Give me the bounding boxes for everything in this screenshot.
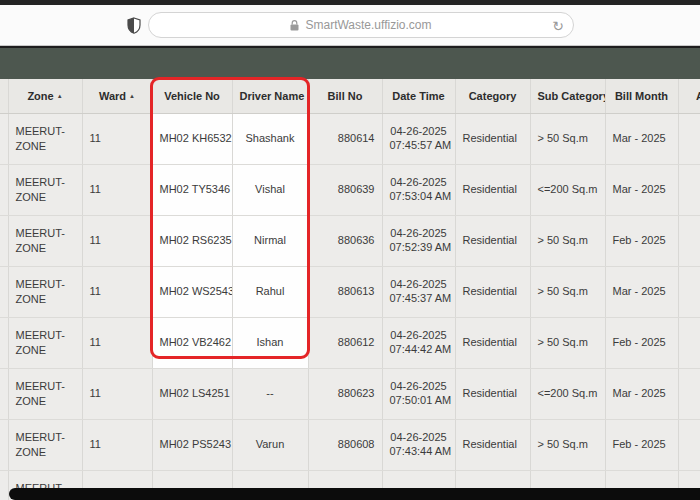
cell-bill: 880612	[308, 317, 382, 368]
cell-datetime: 04-26-202507:53:04 AM	[382, 164, 455, 215]
table-row[interactable]: MEERUT-ZONE11MH02 KH6532Shashank88061404…	[0, 113, 700, 164]
cell-amount	[678, 419, 700, 470]
cell-category: Residential	[455, 266, 530, 317]
cell-subcategory: > 50 Sq.m	[530, 419, 605, 470]
cell-month: Mar - 2025	[605, 113, 678, 164]
cell-vehicle: MH02 WS2543	[152, 266, 232, 317]
privacy-shield-icon[interactable]	[127, 17, 141, 34]
billing-table-container: Zone▲Ward▲Vehicle NoDriver NameBill NoDa…	[0, 79, 700, 500]
cell-zone: MEERUT-ZONE	[8, 368, 82, 419]
table-row[interactable]: MEERUT-ZONE11MH02 RS6235Nirmal88063604-2…	[0, 215, 700, 266]
cell-ward: 11	[82, 368, 152, 419]
cell-ward: 11	[82, 215, 152, 266]
column-label: Bill Month	[615, 90, 668, 102]
column-header-subcategory[interactable]: Sub Category	[530, 79, 605, 113]
browser-chrome: SmartWaste.uffizio.com ↻	[0, 5, 700, 46]
column-header-bill[interactable]: Bill No	[308, 79, 382, 113]
cell-month: Feb - 2025	[605, 419, 678, 470]
cell-stub	[0, 266, 8, 317]
cell-vehicle: MH02 LS4251	[152, 368, 232, 419]
cell-subcategory: <=200 Sq.m	[530, 164, 605, 215]
column-label: Driver Name	[240, 90, 305, 102]
cell-amount	[678, 164, 700, 215]
cell-amount	[678, 368, 700, 419]
table-row[interactable]: MEERUT-ZONE11MH02 TY5346Vishal88063904-2…	[0, 164, 700, 215]
cell-stub	[0, 368, 8, 419]
cell-vehicle: MH02 RS6235	[152, 215, 232, 266]
table-row[interactable]: MEERUT-ZONE11MH02 LS4251--88062304-26-20…	[0, 368, 700, 419]
cell-subcategory: > 50 Sq.m	[530, 113, 605, 164]
cell-month: Mar - 2025	[605, 266, 678, 317]
cell-bill: 880623	[308, 368, 382, 419]
column-label: Ward	[99, 90, 126, 102]
table-header-row: Zone▲Ward▲Vehicle NoDriver NameBill NoDa…	[0, 79, 700, 113]
column-header-datetime[interactable]: Date Time	[382, 79, 455, 113]
cell-amount	[678, 266, 700, 317]
table-row[interactable]: MEERUT-ZONE11MH02 PS5243Varun88060804-26…	[0, 419, 700, 470]
column-header-category[interactable]: Category	[455, 79, 530, 113]
cell-zone: MEERUT-ZONE	[8, 215, 82, 266]
cell-stub	[0, 215, 8, 266]
cell-datetime: 04-26-202507:45:37 AM	[382, 266, 455, 317]
cell-subcategory: > 50 Sq.m	[530, 266, 605, 317]
cell-datetime: 04-26-202507:50:01 AM	[382, 368, 455, 419]
cell-bill: 880614	[308, 113, 382, 164]
cell-ward: 11	[82, 317, 152, 368]
column-header-vehicle[interactable]: Vehicle No	[152, 79, 232, 113]
cell-datetime: 04-26-202507:43:44 AM	[382, 419, 455, 470]
cell-bill: 880636	[308, 215, 382, 266]
cell-category: Residential	[455, 164, 530, 215]
cell-zone: MEERUT-ZONE	[8, 419, 82, 470]
cell-vehicle: MH02 TY5346	[152, 164, 232, 215]
cell-ward: 11	[82, 419, 152, 470]
cell-driver: --	[232, 368, 308, 419]
column-header-stub	[0, 79, 8, 113]
table-row[interactable]: MEERUT-ZONE11MH02 WS2543Rahul88061304-26…	[0, 266, 700, 317]
app-toolbar	[0, 46, 700, 80]
cell-month: Mar - 2025	[605, 368, 678, 419]
address-bar[interactable]: SmartWaste.uffizio.com ↻	[148, 12, 574, 38]
cell-category: Residential	[455, 113, 530, 164]
cell-driver: Vishal	[232, 164, 308, 215]
column-header-ward[interactable]: Ward▲	[82, 79, 152, 113]
sort-asc-icon: ▲	[129, 93, 135, 99]
cell-datetime: 04-26-202507:44:42 AM	[382, 317, 455, 368]
cell-zone: MEERUT-ZONE	[8, 266, 82, 317]
cell-driver: Varun	[232, 419, 308, 470]
cell-subcategory: > 50 Sq.m	[530, 317, 605, 368]
column-header-driver[interactable]: Driver Name	[232, 79, 308, 113]
cell-bill: 880639	[308, 164, 382, 215]
column-header-month[interactable]: Bill Month	[605, 79, 678, 113]
column-header-zone[interactable]: Zone▲	[8, 79, 82, 113]
billing-table: Zone▲Ward▲Vehicle NoDriver NameBill NoDa…	[0, 79, 700, 500]
cell-category: Residential	[455, 368, 530, 419]
cell-driver: Rahul	[232, 266, 308, 317]
cell-stub	[0, 470, 8, 500]
column-label: Date Time	[392, 90, 444, 102]
cell-ward: 11	[82, 266, 152, 317]
cell-amount	[678, 317, 700, 368]
cell-driver: Nirmal	[232, 215, 308, 266]
reload-icon[interactable]: ↻	[552, 17, 564, 35]
cell-vehicle: MH02 VB2462	[152, 317, 232, 368]
cell-month: Mar - 2025	[605, 164, 678, 215]
cell-zone: MEERUT-ZONE	[8, 317, 82, 368]
cell-datetime: 04-26-202507:52:39 AM	[382, 215, 455, 266]
cell-zone: MEERUT-ZONE	[8, 113, 82, 164]
column-label: A	[696, 90, 700, 102]
cell-subcategory: > 50 Sq.m	[530, 215, 605, 266]
table-row[interactable]: MEERUT-ZONE11MH02 VB2462Ishan88061204-26…	[0, 317, 700, 368]
cell-vehicle: MH02 KH6532	[152, 113, 232, 164]
cell-category: Residential	[455, 215, 530, 266]
column-label: Bill No	[328, 90, 363, 102]
cell-ward: 11	[82, 113, 152, 164]
cell-ward: 11	[82, 164, 152, 215]
cell-zone: MEERUT-ZONE	[8, 164, 82, 215]
cell-amount	[678, 113, 700, 164]
column-label: Zone	[27, 90, 53, 102]
column-header-amount[interactable]: A	[678, 79, 700, 113]
lock-icon	[290, 20, 299, 31]
column-label: Sub Category	[538, 90, 606, 102]
cell-stub	[0, 317, 8, 368]
cell-bill: 880608	[308, 419, 382, 470]
